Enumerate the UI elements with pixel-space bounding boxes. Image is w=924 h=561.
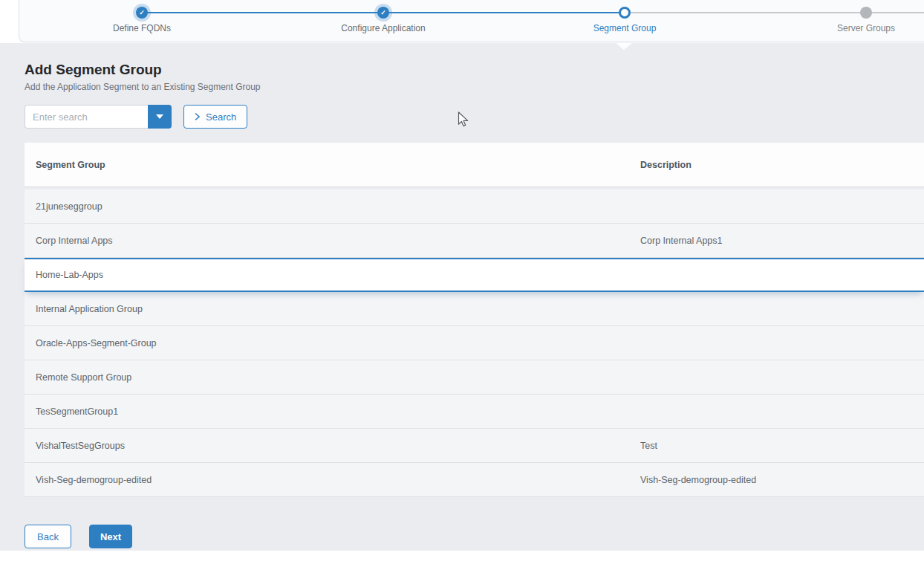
stepper-panel: ✓ Define FQDNs ✓ Configure Application ✓… [19,0,924,42]
description-cell: Corp Internal Apps1 [640,236,924,246]
description-cell: Vish-Seg-demogroup-edited [640,475,924,485]
table-row[interactable]: Remote Support Group [25,360,924,395]
active-step-caret [615,42,633,50]
back-button[interactable]: Back [25,525,71,548]
table-row[interactable]: Corp Internal Apps Corp Internal Apps1 [25,224,924,258]
step-circle[interactable]: ✓ [860,7,872,19]
step-label: Server Groups [792,23,924,33]
segment-group-cell: Vish-Seg-demogroup-edited [25,475,640,485]
page-title: Add Segment Group [25,62,162,78]
step-label: Define FQDNs [68,23,216,33]
check-icon: ✓ [380,9,386,16]
mouse-cursor [458,111,469,128]
segment-group-cell: Home-Lab-Apps [25,270,640,280]
segment-group-cell: Remote Support Group [25,372,640,383]
chevron-right-icon [195,113,201,120]
search-row: Search [25,105,247,129]
wizard-footer: Back Next [25,525,132,548]
search-dropdown-button[interactable] [148,105,172,129]
table-row[interactable]: VishalTestSegGroups Test [25,429,924,463]
step-circle[interactable]: ✓ [377,7,389,19]
segment-group-cell: VishalTestSegGroups [25,441,640,451]
search-input[interactable] [25,105,148,129]
table-header: Segment Group Description [25,143,924,187]
table-row[interactable]: Vish-Seg-demogroup-edited Vish-Seg-demog… [25,463,924,497]
page-subtitle: Add the Application Segment to an Existi… [25,82,261,92]
segment-group-cell: 21juneseggroup [25,201,640,212]
bottom-strip [0,551,924,561]
caret-down-icon [156,114,163,119]
column-header-segment-group: Segment Group [25,160,640,170]
segment-group-table: Segment Group Description 21juneseggroup… [25,143,924,497]
segment-group-cell: Oracle-Apps-Segment-Group [25,338,640,348]
stepper-remaining-line [625,12,924,13]
step-label: Segment Group [550,23,699,33]
column-header-description: Description [640,160,924,170]
table-row[interactable]: Internal Application Group [25,292,924,326]
table-row[interactable]: TesSegmentGroup1 [25,395,924,429]
segment-group-cell: Internal Application Group [25,304,640,314]
step-circle[interactable]: ✓ [136,7,148,19]
table-row[interactable]: Oracle-Apps-Segment-Group [25,326,924,360]
search-button-label: Search [206,111,236,123]
segment-group-cell: TesSegmentGroup1 [25,406,640,417]
next-button[interactable]: Next [89,525,132,548]
check-icon: ✓ [139,9,145,16]
step-circle[interactable]: ✓ [619,7,631,19]
table-row[interactable]: 21juneseggroup [25,189,924,224]
description-cell: Test [640,441,924,451]
search-button[interactable]: Search [183,105,247,129]
step-label: Configure Application [309,23,458,33]
segment-group-cell: Corp Internal Apps [25,236,640,246]
wizard-stepper: ✓ Define FQDNs ✓ Configure Application ✓… [0,0,924,43]
table-row[interactable]: Home-Lab-Apps [25,258,924,292]
